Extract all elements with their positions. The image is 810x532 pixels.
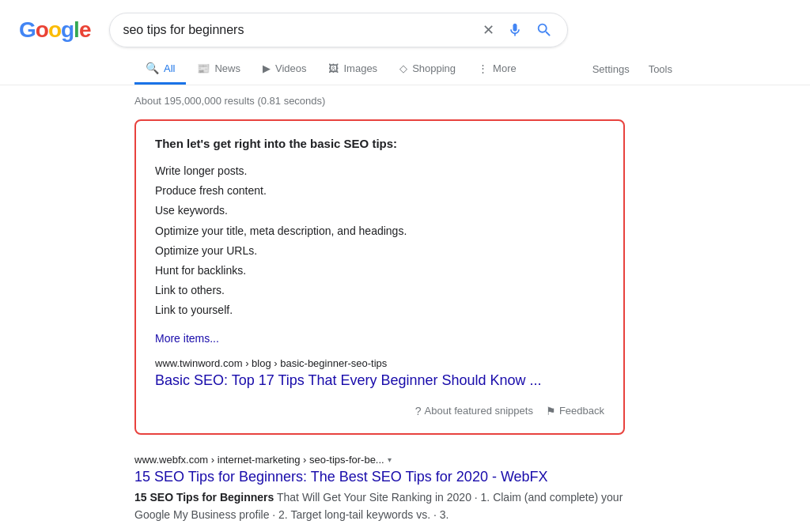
search-input[interactable]: [123, 23, 481, 37]
header: Google ✕: [0, 0, 810, 47]
search-button[interactable]: [534, 20, 555, 40]
tab-shopping-label: Shopping: [412, 62, 456, 74]
tab-more-label: More: [493, 62, 517, 74]
snippet-url-text: www.twinword.com › blog › basic-beginner…: [155, 357, 387, 369]
logo-o2: o: [48, 17, 61, 43]
logo-e: e: [79, 17, 91, 43]
list-item: Link to yourself.: [155, 300, 604, 320]
tab-news[interactable]: 📰 News: [186, 55, 252, 85]
result-url-bar: www.webfx.com › internet-marketing › seo…: [134, 454, 625, 466]
flag-icon: ⚑: [546, 405, 556, 417]
list-item: Use keywords.: [155, 201, 604, 221]
results-count: About 195,000,000 results (0.81 seconds): [0, 89, 810, 113]
featured-snippet: Then let's get right into the basic SEO …: [134, 119, 625, 435]
question-icon: ?: [415, 405, 422, 417]
nav-tabs: 🔍 All 📰 News ▶ Videos 🖼 Images ◇ Shoppin…: [134, 54, 528, 85]
shopping-nav-icon: ◇: [399, 62, 407, 74]
images-nav-icon: 🖼: [328, 62, 339, 74]
list-item: Link to others.: [155, 281, 604, 300]
mic-icon: [507, 22, 523, 38]
result-url-text: www.webfx.com › internet-marketing › seo…: [134, 454, 384, 466]
voice-search-button[interactable]: [505, 21, 524, 40]
nav-settings: Settings Tools: [589, 55, 676, 83]
result-title-link[interactable]: 15 SEO Tips for Beginners: The Best SEO …: [134, 469, 625, 485]
search-bar: ✕: [109, 13, 568, 47]
about-snippets-label: About featured snippets: [425, 405, 533, 417]
snippet-footer: ? About featured snippets ⚑ Feedback: [155, 398, 604, 417]
logo-o1: o: [36, 17, 48, 43]
logo-l: l: [74, 17, 79, 43]
google-logo[interactable]: Google: [19, 17, 90, 43]
list-item: Write longer posts.: [155, 161, 604, 181]
main-content: Then let's get right into the basic SEO …: [0, 113, 810, 532]
tab-videos[interactable]: ▶ Videos: [252, 55, 318, 85]
logo-g1: G: [19, 17, 36, 43]
videos-nav-icon: ▶: [263, 62, 271, 74]
list-item: Produce fresh content.: [155, 181, 604, 201]
snippet-list: Write longer posts. Produce fresh conten…: [155, 161, 604, 321]
tab-more[interactable]: ⋮ More: [467, 55, 528, 85]
tools-link[interactable]: Tools: [645, 55, 676, 83]
result-snippet: 15 SEO Tips for Beginners That Will Get …: [134, 489, 625, 524]
nav-bar: 🔍 All 📰 News ▶ Videos 🖼 Images ◇ Shoppin…: [0, 54, 810, 85]
list-item: Optimize your URLs.: [155, 241, 604, 261]
search-bar-icons: ✕: [481, 20, 555, 40]
snippet-source: www.twinword.com › blog › basic-beginner…: [155, 357, 604, 369]
chevron-down-icon: ▾: [388, 455, 392, 464]
tab-videos-label: Videos: [275, 62, 307, 74]
tab-images[interactable]: 🖼 Images: [317, 55, 388, 85]
tab-news-label: News: [214, 62, 240, 74]
tab-shopping[interactable]: ◇ Shopping: [388, 55, 467, 85]
clear-button[interactable]: ✕: [481, 20, 496, 40]
about-snippets-button[interactable]: ? About featured snippets: [415, 405, 533, 417]
snippet-title-link[interactable]: Basic SEO: Top 17 Tips That Every Beginn…: [155, 372, 604, 389]
search-icon: [536, 21, 553, 39]
settings-link[interactable]: Settings: [589, 55, 633, 83]
tab-images-label: Images: [343, 62, 377, 74]
list-item: Hunt for backlinks.: [155, 261, 604, 281]
snippet-intro: Then let's get right into the basic SEO …: [155, 137, 604, 150]
search-nav-icon: 🔍: [146, 62, 159, 74]
feedback-label: Feedback: [559, 405, 604, 417]
feedback-button[interactable]: ⚑ Feedback: [546, 405, 604, 417]
second-result: www.webfx.com › internet-marketing › seo…: [134, 454, 625, 524]
tab-all-label: All: [164, 62, 175, 74]
close-icon: ✕: [483, 21, 494, 39]
results-count-text: About 195,000,000 results (0.81 seconds): [134, 95, 325, 107]
logo-g2: g: [61, 17, 74, 43]
more-items-link[interactable]: More items...: [155, 332, 604, 345]
tab-all[interactable]: 🔍 All: [134, 54, 186, 85]
news-nav-icon: 📰: [197, 62, 210, 74]
list-item: Optimize your title, meta description, a…: [155, 221, 604, 241]
more-nav-icon: ⋮: [478, 62, 488, 74]
